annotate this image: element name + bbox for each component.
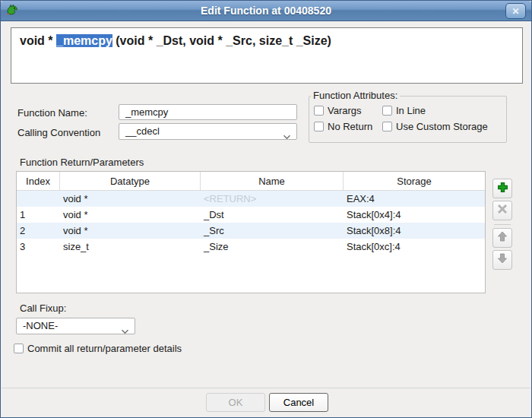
cell-index[interactable]: [17, 191, 60, 207]
window-title: Edit Function at 00408520: [201, 5, 331, 17]
no-return-label: No Return: [328, 121, 372, 132]
column-header-datatype[interactable]: Datatype: [60, 172, 201, 190]
calling-convention-label: Calling Convention: [17, 127, 100, 138]
table-header: Index Datatype Name Storage: [17, 172, 485, 191]
move-up-button[interactable]: [492, 228, 512, 248]
cell-datatype[interactable]: size_t: [60, 239, 201, 255]
commit-details-checkbox[interactable]: Commit all return/parameter details: [14, 343, 182, 354]
function-attributes-title: Function Attributes:: [311, 90, 400, 101]
checkbox-icon[interactable]: [314, 106, 324, 116]
cancel-button[interactable]: Cancel: [269, 393, 328, 412]
edit-function-dialog: Edit Function at 00408520 ✕ void * _memc…: [0, 0, 532, 418]
table-row[interactable]: 2 void * _Src Stack[0x8]:4: [17, 223, 485, 239]
close-icon: ✕: [511, 6, 519, 17]
checkbox-icon[interactable]: [382, 122, 392, 131]
title-bar[interactable]: Edit Function at 00408520 ✕: [1, 1, 531, 21]
calling-convention-select[interactable]: __cdecl: [119, 123, 297, 140]
column-header-index[interactable]: Index: [17, 172, 60, 190]
commit-details-label: Commit all return/parameter details: [27, 343, 182, 354]
checkbox-icon[interactable]: [314, 122, 324, 131]
call-fixup-value: -NONE-: [23, 320, 58, 331]
cell-datatype[interactable]: void *: [60, 207, 201, 223]
add-parameter-button[interactable]: [492, 179, 512, 198]
custom-storage-label: Use Custom Storage: [396, 121, 488, 132]
cell-storage[interactable]: Stack[0x4]:4: [344, 207, 485, 223]
call-fixup-select[interactable]: -NONE-: [16, 318, 135, 334]
cell-index[interactable]: 3: [17, 239, 60, 255]
ok-button[interactable]: OK: [206, 393, 265, 412]
varargs-label: Varargs: [328, 105, 362, 116]
checkbox-icon[interactable]: [382, 106, 392, 116]
ghidra-dragon-icon: [5, 4, 19, 17]
signature-text-before: void *: [20, 34, 56, 47]
side-buttons-divider: [494, 224, 511, 225]
cell-index[interactable]: 1: [17, 207, 60, 223]
no-return-checkbox[interactable]: No Return: [314, 121, 372, 132]
cell-datatype[interactable]: void *: [60, 191, 201, 207]
up-arrow-icon: [497, 231, 508, 245]
parameters-table: Index Datatype Name Storage void * <RETU…: [16, 171, 486, 293]
column-header-name[interactable]: Name: [201, 172, 344, 190]
table-row[interactable]: void * <RETURN> EAX:4: [17, 191, 485, 207]
cell-storage[interactable]: EAX:4: [344, 191, 485, 207]
parameters-section-label: Function Return/Parameters: [20, 157, 144, 168]
plus-icon: [497, 182, 508, 196]
varargs-checkbox[interactable]: Varargs: [314, 105, 362, 116]
custom-storage-checkbox[interactable]: Use Custom Storage: [382, 121, 488, 132]
cell-name[interactable]: _Size: [201, 239, 344, 255]
chevron-down-icon: [283, 129, 291, 144]
cell-name[interactable]: <RETURN>: [201, 191, 344, 207]
function-name-input[interactable]: _memcpy: [119, 104, 297, 120]
x-delete-icon: [497, 204, 508, 217]
move-down-button[interactable]: [492, 250, 512, 270]
down-arrow-icon: [497, 253, 508, 267]
column-header-storage[interactable]: Storage: [344, 172, 485, 190]
call-fixup-label: Call Fixup:: [20, 302, 66, 314]
cell-storage[interactable]: Stack[0xc]:4: [344, 239, 485, 255]
table-row[interactable]: 1 void * _Dst Stack[0x4]:4: [17, 207, 485, 223]
close-button[interactable]: ✕: [505, 3, 526, 19]
function-attributes-group: Function Attributes: Varargs In Line No …: [309, 96, 507, 143]
checkbox-icon[interactable]: [14, 344, 24, 353]
table-row[interactable]: 3 size_t _Size Stack[0xc]:4: [17, 239, 485, 255]
cell-datatype[interactable]: void *: [60, 223, 201, 239]
delete-parameter-button[interactable]: [492, 201, 512, 220]
signature-text-after: (void * _Dst, void * _Src, size_t _Size): [112, 34, 331, 47]
signature-editor[interactable]: void * _memcpy (void * _Dst, void * _Src…: [11, 27, 523, 84]
cell-name[interactable]: _Src: [201, 223, 344, 239]
inline-label: In Line: [396, 105, 426, 116]
button-area-divider: [2, 388, 530, 388]
calling-convention-value: __cdecl: [125, 125, 160, 137]
cell-name[interactable]: _Dst: [201, 207, 344, 223]
signature-selected-text: _memcpy: [56, 34, 112, 47]
function-name-label: Function Name:: [17, 107, 87, 119]
inline-checkbox[interactable]: In Line: [382, 105, 426, 116]
chevron-down-icon: [121, 324, 129, 339]
cell-index[interactable]: 2: [17, 223, 60, 239]
cell-storage[interactable]: Stack[0x8]:4: [344, 223, 485, 239]
